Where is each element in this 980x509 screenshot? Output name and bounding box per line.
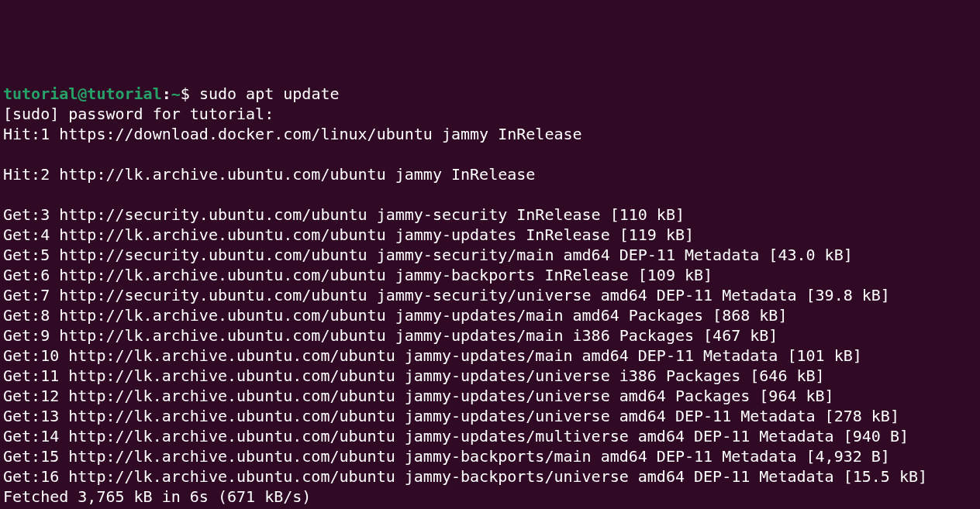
terminal-line: Get:8 http://lk.archive.ubuntu.com/ubunt…	[3, 306, 787, 325]
prompt-dollar: $	[181, 84, 190, 103]
terminal-line: [sudo] password for tutorial:	[3, 105, 274, 123]
terminal-line: Get:15 http://lk.archive.ubuntu.com/ubun…	[3, 447, 890, 466]
prompt-user-host: tutorial@tutorial	[3, 84, 162, 103]
terminal-line: Get:11 http://lk.archive.ubuntu.com/ubun…	[3, 366, 825, 385]
terminal-line: Get:14 http://lk.archive.ubuntu.com/ubun…	[3, 427, 909, 445]
command-input	[190, 84, 199, 103]
terminal-line: Get:5 http://security.ubuntu.com/ubuntu …	[3, 246, 853, 264]
terminal-line: Get:16 http://lk.archive.ubuntu.com/ubun…	[3, 467, 927, 486]
terminal-line: Hit:1 https://download.docker.com/linux/…	[3, 125, 582, 143]
terminal-output[interactable]: tutorial@tutorial:~$ sudo apt update [su…	[3, 84, 977, 509]
terminal-line: Get:7 http://security.ubuntu.com/ubuntu …	[3, 286, 890, 304]
terminal-line: Hit:2 http://lk.archive.ubuntu.com/ubunt…	[3, 165, 535, 184]
terminal-line: Fetched 3,765 kB in 6s (671 kB/s)	[3, 487, 311, 506]
terminal-line: Get:3 http://security.ubuntu.com/ubuntu …	[3, 205, 685, 224]
prompt-path: ~	[171, 84, 181, 103]
terminal-line: Get:12 http://lk.archive.ubuntu.com/ubun…	[3, 387, 834, 405]
prompt-separator: :	[162, 84, 171, 103]
terminal-line: Get:10 http://lk.archive.ubuntu.com/ubun…	[3, 346, 862, 365]
terminal-line: Get:4 http://lk.archive.ubuntu.com/ubunt…	[3, 225, 694, 244]
terminal-line: Get:6 http://lk.archive.ubuntu.com/ubunt…	[3, 266, 713, 284]
terminal-line: Get:13 http://lk.archive.ubuntu.com/ubun…	[3, 407, 899, 425]
command-text: sudo apt update	[199, 84, 340, 103]
terminal-line: Get:9 http://lk.archive.ubuntu.com/ubunt…	[3, 326, 778, 345]
